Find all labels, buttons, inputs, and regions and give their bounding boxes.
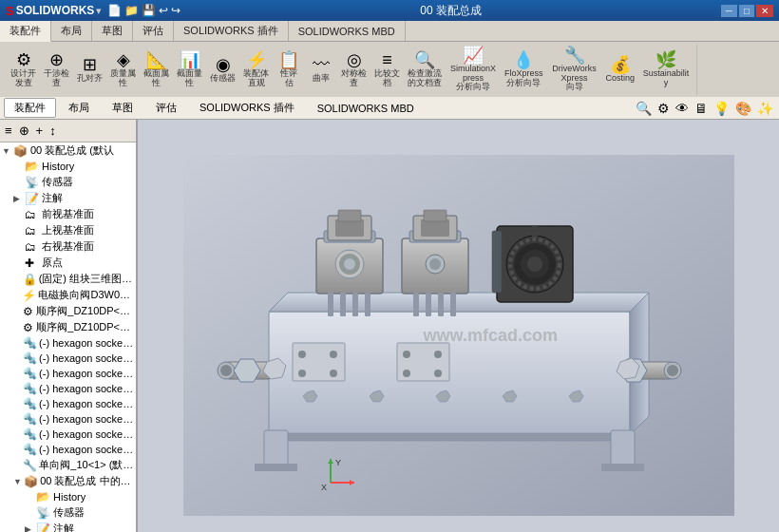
curvature-label: 曲率 bbox=[313, 74, 330, 84]
open-icon[interactable]: 📁 bbox=[124, 4, 139, 17]
tree-root[interactable]: ▼ 📦 00 装配总成 (默认 bbox=[0, 142, 136, 159]
tree-check-valve[interactable]: 🔧 单向阀_10<1> (默认<默 bbox=[11, 457, 136, 473]
inertia-btn[interactable]: 📊 截面量性 bbox=[174, 49, 205, 90]
search-icon[interactable]: 🔍 bbox=[634, 100, 654, 117]
lp-filter-btn[interactable]: ≡ bbox=[2, 123, 15, 139]
tab-sketch[interactable]: 草图 bbox=[92, 21, 133, 41]
svg-rect-36 bbox=[492, 231, 502, 293]
tree-seq-valve-1[interactable]: ⚙ 顺序阀_DZ10DP<1> (默认 bbox=[11, 303, 136, 319]
appearance-icon[interactable]: ✨ bbox=[755, 100, 775, 117]
new-icon[interactable]: 📄 bbox=[107, 4, 122, 17]
mass-props-btn[interactable]: ◈ 质量属性 bbox=[107, 49, 139, 90]
svg-point-47 bbox=[403, 370, 410, 377]
interference-label: 干涉检查 bbox=[44, 69, 69, 88]
svg-text:X: X bbox=[321, 483, 327, 492]
origin-icon: ✚ bbox=[25, 256, 40, 270]
design-check-btn[interactable]: ⚙ 设计开发查 bbox=[8, 49, 39, 90]
curvature-icon: 〰 bbox=[313, 56, 330, 73]
curvature-btn[interactable]: 〰 曲率 bbox=[306, 54, 336, 86]
hex-8-icon: 🔩 bbox=[23, 443, 37, 456]
front-plane-icon: 🗂 bbox=[25, 208, 40, 221]
right-plane-icon: 🗂 bbox=[25, 240, 40, 254]
tree-history-1[interactable]: 📂 History bbox=[11, 159, 136, 174]
close-btn[interactable]: ✕ bbox=[756, 5, 773, 17]
section-props-btn[interactable]: 📐 截面属性 bbox=[141, 49, 172, 90]
redo-icon[interactable]: ↪ bbox=[171, 4, 180, 17]
svg-rect-54 bbox=[413, 293, 419, 316]
viewport[interactable]: X Y www.mfcad.com bbox=[138, 120, 779, 532]
tree-top-plane[interactable]: 🗂 上视基准面 bbox=[11, 222, 136, 238]
sim-xpress-btn[interactable]: 📈 SimulationXpress分析向导 bbox=[446, 45, 500, 95]
tree-annotations-2[interactable]: ▶ 📝 注解 bbox=[23, 521, 136, 532]
sw-logo: S SOLIDWORKS ▾ bbox=[6, 4, 102, 18]
minimize-btn[interactable]: ─ bbox=[721, 5, 737, 17]
perf-eval-btn[interactable]: 📋 性评估 bbox=[274, 49, 304, 90]
check-flow-btn[interactable]: 🔍 检查激流的文档查 bbox=[405, 49, 445, 90]
sensors-label-1: 传感器 bbox=[42, 175, 73, 189]
tree-hex-5[interactable]: 🔩 (-) hexagon socket head bbox=[11, 396, 136, 411]
lp-add-btn[interactable]: ⊕ bbox=[16, 123, 32, 139]
window-controls: ─ □ ✕ bbox=[721, 5, 773, 17]
tree-hex-4[interactable]: 🔩 (-) hexagon socket head bbox=[11, 381, 136, 396]
tab-sw-plugins[interactable]: SOLIDWORKS 插件 bbox=[174, 21, 289, 41]
lp-sort-btn[interactable]: ↕ bbox=[47, 123, 59, 139]
light-icon[interactable]: 💡 bbox=[712, 100, 732, 117]
tree-right-plane[interactable]: 🗂 右视基准面 bbox=[11, 238, 136, 255]
lp-expand-btn[interactable]: + bbox=[33, 123, 47, 139]
save-icon[interactable]: 💾 bbox=[142, 4, 156, 17]
compare-docs-btn[interactable]: ≡ 比较文档 bbox=[371, 49, 403, 90]
interference-btn[interactable]: ⊕ 干涉检查 bbox=[41, 49, 72, 90]
tree-hex-2[interactable]: 🔩 (-) hexagon socket head bbox=[11, 351, 136, 366]
svg-rect-6 bbox=[255, 464, 297, 471]
tb2-tab-layout[interactable]: 布局 bbox=[58, 98, 100, 118]
tb2-tab-evaluate[interactable]: 评估 bbox=[145, 98, 187, 118]
maximize-btn[interactable]: □ bbox=[739, 5, 754, 17]
tree-hex-8[interactable]: 🔩 (-) hexagon socket head bbox=[11, 442, 136, 457]
symmetry-check-btn[interactable]: ◎ 对称检查 bbox=[338, 49, 370, 90]
tb2-tab-sw-plugins[interactable]: SOLIDWORKS 插件 bbox=[189, 98, 305, 118]
display-icon[interactable]: 🖥 bbox=[693, 100, 710, 117]
tree-mates[interactable]: ▼ 📦 00 装配总成 中的配合 bbox=[11, 473, 136, 489]
tb2-tab-sw-mbd[interactable]: SOLIDWORKS MBD bbox=[307, 100, 425, 117]
hole-align-btn[interactable]: ⊞ 孔对齐 bbox=[74, 54, 105, 86]
annotations-arrow-1: ▶ bbox=[13, 194, 25, 203]
mass-props-label: 质量属性 bbox=[110, 69, 136, 88]
assembly-visual-btn[interactable]: ⚡ 装配体直观 bbox=[240, 49, 272, 90]
tb2-tab-sketch[interactable]: 草图 bbox=[102, 98, 143, 118]
view-icon[interactable]: 👁 bbox=[674, 100, 691, 117]
tree-seq-valve-2[interactable]: ⚙ 顺序阀_DZ10DP<2> (默认 bbox=[11, 319, 136, 335]
sustainability-btn[interactable]: 🌿 Sustainability bbox=[639, 49, 693, 90]
tree-sensors-2[interactable]: 📡 传感器 bbox=[23, 504, 136, 521]
sensor-btn[interactable]: ◉ 传感器 bbox=[207, 54, 238, 86]
undo-icon[interactable]: ↩ bbox=[159, 4, 168, 17]
tree-hex-7[interactable]: 🔩 (-) hexagon socket head bbox=[11, 427, 136, 442]
costing-btn[interactable]: 💰 Costing bbox=[603, 54, 638, 86]
tree-solenoid-valve[interactable]: ⚡ 电磁换向阀D3W004CNJw bbox=[11, 287, 136, 303]
tb2-tab-assembly[interactable]: 装配件 bbox=[4, 98, 56, 118]
flo-xpress-btn[interactable]: 💧 FloXpress分析向导 bbox=[502, 49, 546, 90]
inertia-label: 截面量性 bbox=[177, 69, 202, 88]
history-label-1: History bbox=[42, 161, 74, 172]
tree-sensors-1[interactable]: 📡 传感器 bbox=[11, 174, 136, 190]
tree-hex-6[interactable]: 🔩 (-) hexagon socket head bbox=[11, 411, 136, 427]
driveworks-btn[interactable]: 🔧 DriveWorksXpress向导 bbox=[548, 45, 601, 95]
tab-sw-mbd[interactable]: SOLIDWORKS MBD bbox=[289, 21, 406, 41]
tree-history-2[interactable]: 📂 History bbox=[23, 489, 136, 504]
tree-front-plane[interactable]: 🗂 前视基准面 bbox=[11, 206, 136, 222]
tree-hex-1[interactable]: 🔩 (-) hexagon socket head bbox=[11, 335, 136, 351]
seq-valve-2-label: 顺序阀_DZ10DP<2> (默认 bbox=[36, 320, 134, 334]
hex-8-label: (-) hexagon socket head bbox=[39, 444, 134, 455]
tree-origin[interactable]: ✚ 原点 bbox=[11, 255, 136, 271]
tree-block-3d[interactable]: 🔒 (固定) 组块三维图<1> (默 bbox=[11, 271, 136, 287]
tree-annotations-1[interactable]: ▶ 📝 注解 bbox=[11, 190, 136, 206]
tab-assembly[interactable]: 装配件 bbox=[0, 21, 51, 42]
main-area: ≡ ⊕ + ↕ ▼ 📦 00 装配总成 (默认 📂 History 📡 传感器 bbox=[0, 120, 779, 532]
tab-layout[interactable]: 布局 bbox=[51, 21, 92, 41]
options-icon[interactable]: ⚙ bbox=[656, 100, 672, 117]
tree-hex-3[interactable]: 🔩 (-) hexagon socket head bbox=[11, 366, 136, 381]
tab-evaluate[interactable]: 评估 bbox=[133, 21, 174, 41]
svg-rect-51 bbox=[340, 293, 346, 316]
hex-4-icon: 🔩 bbox=[23, 382, 37, 395]
check-flow-icon: 🔍 bbox=[414, 51, 435, 68]
render-icon[interactable]: 🎨 bbox=[733, 100, 753, 117]
